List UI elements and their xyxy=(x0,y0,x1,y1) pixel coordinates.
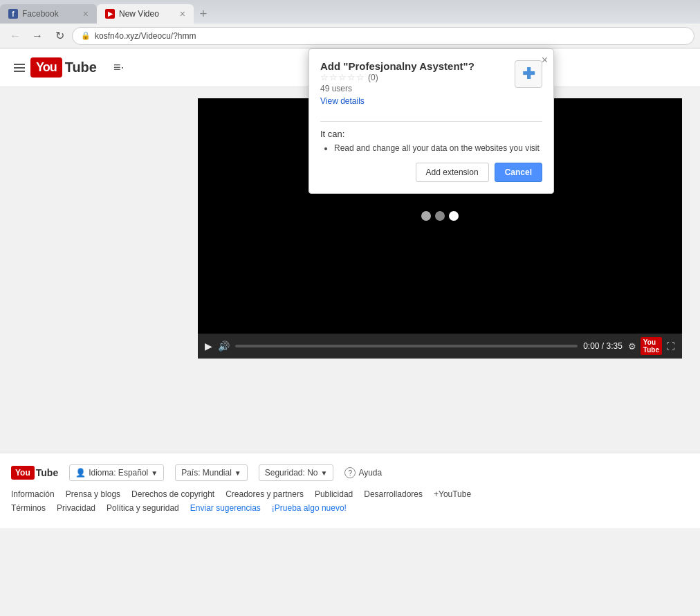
cancel-button[interactable]: Cancel xyxy=(495,163,542,182)
footer-link-copyright[interactable]: Derechos de copyright xyxy=(131,489,214,499)
forward-button[interactable]: → xyxy=(28,26,47,46)
play-button[interactable]: ▶ xyxy=(205,341,212,352)
yt-watermark: YouTube xyxy=(641,337,662,355)
footer-link-press[interactable]: Prensa y blogs xyxy=(66,489,120,499)
popup-header: Add "Profesjonalny Asystent"? ☆ ☆ ☆ ☆ ☆ … xyxy=(320,60,542,114)
star-2: ☆ xyxy=(329,72,338,82)
youtube-logo-box: You xyxy=(30,57,62,78)
footer-link-devs[interactable]: Desarrolladores xyxy=(364,489,423,499)
footer-controls: You Tube 👤 Idioma: Español ▼ País: Mundi… xyxy=(11,464,689,481)
loading-dot-2 xyxy=(435,211,445,221)
extension-popup: × Add "Profesjonalny Asystent"? ☆ ☆ ☆ ☆ … xyxy=(308,48,554,194)
progress-bar[interactable] xyxy=(235,345,578,347)
footer-link-feedback[interactable]: Enviar sugerencias xyxy=(190,503,261,513)
tab-new-video-close[interactable]: × xyxy=(180,9,185,19)
youtube-favicon: ▶ xyxy=(105,9,115,19)
view-details-link[interactable]: View details xyxy=(320,96,475,106)
footer-logo[interactable]: You Tube xyxy=(11,466,58,480)
footer-link-info[interactable]: Información xyxy=(11,489,55,499)
tab-facebook[interactable]: f Facebook × xyxy=(0,4,97,24)
country-selector[interactable]: País: Mundial ▼ xyxy=(175,464,248,481)
footer-link-policy[interactable]: Política y seguridad xyxy=(107,503,179,513)
footer-link-creators[interactable]: Creadores y partners xyxy=(225,489,304,499)
language-selector[interactable]: 👤 Idioma: Español ▼ xyxy=(69,464,164,481)
controls-right: ⚙ YouTube ⛶ xyxy=(628,337,675,355)
permission-item-1: Read and change all your data on the web… xyxy=(334,143,542,153)
users-count: 49 users xyxy=(320,84,475,93)
tab-bar: f Facebook × ▶ New Video × + xyxy=(0,0,700,24)
popup-title-area: Add "Profesjonalny Asystent"? ☆ ☆ ☆ ☆ ☆ … xyxy=(320,60,475,114)
star-1: ☆ xyxy=(320,72,329,82)
time-display: 0:00 / 3:35 xyxy=(583,341,623,351)
volume-button[interactable]: 🔊 xyxy=(218,341,230,352)
footer-links-row1: Información Prensa y blogs Derechos de c… xyxy=(11,489,689,499)
footer-link-privacy[interactable]: Privacidad xyxy=(57,503,95,513)
loading-indicator xyxy=(421,211,459,221)
popup-title: Add "Profesjonalny Asystent"? xyxy=(320,60,475,72)
footer-link-plus[interactable]: +YouTube xyxy=(434,489,471,499)
nav-bar: ← → ↻ 🔒 kosfn4o.xyz/Videocu/?hmm xyxy=(0,24,700,48)
loading-dot-1 xyxy=(421,211,431,221)
video-controls: ▶ 🔊 0:00 / 3:35 ⚙ YouTube ⛶ xyxy=(198,334,682,359)
facebook-favicon: f xyxy=(8,9,18,19)
star-5: ☆ xyxy=(356,72,365,82)
loading-dot-3 xyxy=(449,211,459,221)
footer-link-new[interactable]: ¡Prueba algo nuevo! xyxy=(272,503,347,513)
star-3: ☆ xyxy=(338,72,347,82)
address-lock-icon: 🔒 xyxy=(81,31,91,40)
safety-selector[interactable]: Seguridad: No ▼ xyxy=(259,464,334,481)
reload-button[interactable]: ↻ xyxy=(50,26,69,46)
address-text: kosfn4o.xyz/Videocu/?hmm xyxy=(95,31,196,41)
lang-dropdown-arrow: ▼ xyxy=(151,469,158,477)
youtube-logo[interactable]: YouTube xyxy=(11,57,97,78)
sidebar xyxy=(0,87,187,370)
tab-new-video[interactable]: ▶ New Video × xyxy=(97,4,194,24)
add-extension-button[interactable]: Add extension xyxy=(416,163,489,182)
extension-icon: ✚ xyxy=(515,60,542,88)
footer-links-row2: Términos Privacidad Política y seguridad… xyxy=(11,503,689,513)
plus-icon: ✚ xyxy=(522,65,535,83)
tab-facebook-label: Facebook xyxy=(22,9,79,19)
star-4: ☆ xyxy=(347,72,356,82)
safety-dropdown-arrow: ▼ xyxy=(320,469,327,477)
popup-divider xyxy=(320,121,542,122)
it-can-label: It can: xyxy=(320,129,542,139)
help-icon: ? xyxy=(344,467,356,478)
youtube-logo-text: Tube xyxy=(65,60,97,75)
country-dropdown-arrow: ▼ xyxy=(234,469,241,477)
youtube-footer: You Tube 👤 Idioma: Español ▼ País: Mundi… xyxy=(0,453,700,528)
browser-window: f Facebook × ▶ New Video × + ← → ↻ 🔒 kos… xyxy=(0,0,700,48)
hamburger-menu[interactable] xyxy=(11,61,28,75)
footer-link-ads[interactable]: Publicidad xyxy=(315,489,353,499)
help-button[interactable]: ? Ayuda xyxy=(344,467,382,478)
popup-stars: ☆ ☆ ☆ ☆ ☆ (0) xyxy=(320,72,475,82)
tab-new-video-label: New Video xyxy=(119,9,176,19)
new-tab-button[interactable]: + xyxy=(194,4,213,24)
popup-actions: Add extension Cancel xyxy=(320,163,542,182)
footer-link-terms[interactable]: Términos xyxy=(11,503,46,513)
permissions-list: Read and change all your data on the web… xyxy=(320,143,542,153)
popup-close-button[interactable]: × xyxy=(542,55,548,66)
back-button[interactable]: ← xyxy=(6,26,25,46)
address-bar[interactable]: 🔒 kosfn4o.xyz/Videocu/?hmm xyxy=(72,27,694,45)
yt-menu-dots[interactable]: ≡· xyxy=(113,60,125,75)
tab-facebook-close[interactable]: × xyxy=(83,9,89,19)
rating-count: (0) xyxy=(368,73,378,82)
settings-icon[interactable]: ⚙ xyxy=(628,341,636,352)
fullscreen-button[interactable]: ⛶ xyxy=(666,341,675,352)
